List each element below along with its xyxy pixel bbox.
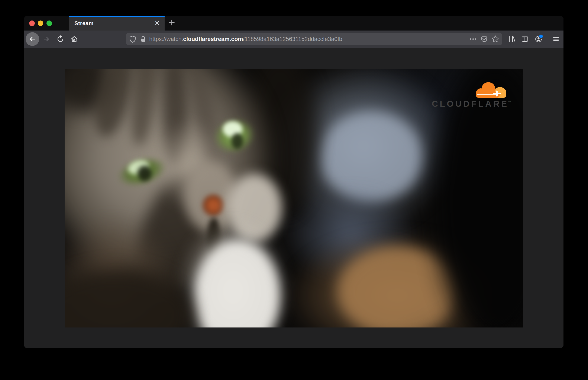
desktop-background: Stream ✕ + (0, 0, 588, 380)
home-button[interactable] (70, 35, 78, 43)
cloudflare-wordmark-text: CLOUDFLARE (432, 99, 509, 109)
active-tab-accent (69, 16, 165, 17)
lock-icon[interactable] (139, 35, 148, 43)
menu-icon (552, 35, 560, 43)
account-button[interactable] (534, 35, 543, 43)
pocket-icon[interactable] (480, 35, 488, 43)
back-icon (28, 35, 37, 43)
shield-icon[interactable] (128, 35, 137, 43)
tab-stream[interactable]: Stream ✕ (69, 16, 165, 31)
cloudflare-trademark: ™ (508, 100, 511, 104)
browser-window: Stream ✕ + (24, 16, 564, 348)
url-text: https://watch.cloudflarestream.com/11859… (149, 36, 342, 42)
reload-icon (56, 35, 65, 43)
page-actions-icon[interactable] (469, 35, 477, 43)
url-path: /118598a163a125631152ddaccfe3a0fb (243, 36, 342, 42)
url-scheme-host: https://watch. (149, 36, 183, 42)
forward-button[interactable] (42, 35, 51, 43)
page-content: CLOUDFLARE™ (24, 48, 564, 348)
url-domain: cloudflarestream.com (183, 36, 243, 42)
library-icon (507, 35, 516, 43)
new-tab-button[interactable]: + (166, 16, 178, 31)
account-notification-dot (538, 34, 543, 39)
reload-button[interactable] (56, 35, 65, 43)
cloudflare-cloud-icon (475, 81, 511, 99)
url-bar[interactable]: https://watch.cloudflarestream.com/11859… (126, 33, 502, 45)
home-icon (70, 35, 78, 43)
back-button[interactable] (26, 32, 39, 46)
cloudflare-wordmark: CLOUDFLARE™ (432, 99, 511, 108)
toolbar-separator (547, 32, 547, 46)
sidebar-icon (521, 35, 529, 43)
forward-icon (42, 35, 51, 43)
tab-close-icon[interactable]: ✕ (153, 19, 161, 28)
bookmark-star-icon[interactable] (491, 35, 500, 43)
navigation-toolbar: https://watch.cloudflarestream.com/11859… (24, 31, 564, 48)
library-button[interactable] (507, 35, 516, 43)
window-zoom-button[interactable] (47, 20, 52, 26)
cloudflare-watermark: CLOUDFLARE™ (432, 81, 511, 108)
tab-strip: Stream ✕ + (24, 16, 564, 31)
sidebar-button[interactable] (521, 35, 529, 43)
window-close-button[interactable] (29, 20, 35, 26)
urlbar-separator (138, 36, 138, 42)
menu-button[interactable] (552, 35, 560, 43)
video-player[interactable]: CLOUDFLARE™ (65, 69, 523, 327)
tab-title: Stream (74, 20, 94, 27)
window-minimize-button[interactable] (38, 20, 43, 26)
